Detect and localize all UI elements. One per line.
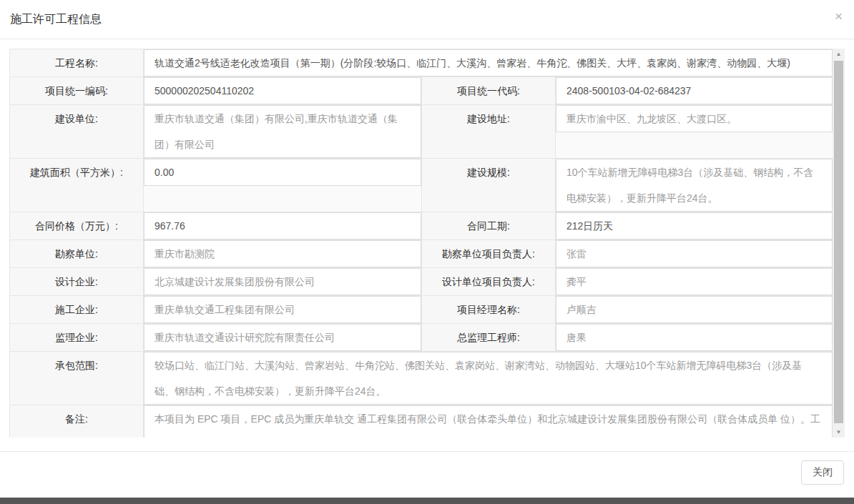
field-value-cell: 卢顺吉 [556,296,833,324]
label-text: 勘察单位项目负责人: [442,248,535,260]
close-icon[interactable]: × [835,9,843,23]
table-row-builder: 建设单位: 重庆市轨道交通（集团）有限公司,重庆市轨道交通（集团）有限公司 建设… [10,105,833,159]
field-label: 承包范围: [10,352,144,405]
label-text: 建设规模: [467,167,510,178]
field-value-cell: 500000202504110202 [144,77,422,105]
vertical-scrollbar[interactable]: ▲ ▼ [833,49,845,438]
label-text: 建筑面积（平方米）: [30,167,123,178]
field-value-cell: 重庆市渝中区、九龙坡区、大渡口区。 [556,105,833,159]
field-value-cell: 重庆市轨道交通（集团）有限公司,重庆市轨道交通（集团）有限公司 [144,105,422,159]
label-text: 勘察单位: [55,248,98,260]
background-page-strip [0,498,854,504]
label-text: 项目统一代码: [457,85,520,97]
modal-header: 施工许可工程信息 × [0,0,854,39]
table-scroll-wrap: 工程名称: 轨道交通2号线适老化改造项目（第一期）(分阶段:较场口、临江门、大溪… [9,49,845,438]
design-company-value: 北京城建设计发展集团股份有限公司 [144,268,421,295]
field-label: 建设地址: [422,105,556,159]
field-label: 勘察单位: [10,240,144,268]
construction-scale-value: 10个车站新增无障碍电梯3台（涉及基础、钢结构，不含电梯安装），更新升降平台24… [556,159,833,212]
modal-footer: 关闭 [0,451,854,498]
scrollbar-thumb[interactable] [834,61,843,423]
supervision-company-value: 重庆市轨道交通设计研究院有限责任公司 [144,324,421,351]
field-label: 建设单位: [10,105,144,159]
table-row-price-duration: 合同价格（万元）: 967.76 合同工期: 212日历天 [10,212,833,240]
field-label: 设计企业: [10,268,144,296]
close-button[interactable]: 关闭 [801,460,844,485]
field-label: 监理企业: [10,324,144,352]
table-row-remark: 备注: 本项目为 EPC 项目，EPC 成员为重庆单轨交 通工程集团有限公司（联… [10,405,833,438]
field-label: 项目统一编码: [10,77,144,105]
field-value-cell: 重庆市轨道交通设计研究院有限责任公司 [144,324,422,352]
remark-value: 本项目为 EPC 项目，EPC 成员为重庆单轨交 通工程集团有限公司（联合体牵头… [144,405,833,438]
label-text: 总监理工程师: [457,332,520,343]
contract-scope-value: 较场口站、临江门站、大溪沟站、曾家岩站、牛角沱站、佛图关站、袁家岗站、谢家湾站、… [144,352,833,405]
table-row-supervision: 监理企业: 重庆市轨道交通设计研究院有限责任公司 总监理工程师: 唐果 [10,324,833,352]
label-text: 合同价格（万元）: [35,220,118,232]
project-unified-id-value: 2408-500103-04-02-684237 [556,77,833,104]
field-value-cell: 10个车站新增无障碍电梯3台（涉及基础、钢结构，不含电梯安装），更新升降平台24… [556,159,833,212]
table-row-project-name: 工程名称: 轨道交通2号线适老化改造项目（第一期）(分阶段:较场口、临江门、大溪… [10,49,833,77]
field-value-cell: 967.76 [144,212,422,240]
modal-body: 工程名称: 轨道交通2号线适老化改造项目（第一期）(分阶段:较场口、临江门、大溪… [0,39,854,438]
label-text: 合同工期: [467,220,510,232]
label-text: 项目统一编码: [45,85,108,97]
label-text: 承包范围: [55,360,98,371]
project-unified-code-value: 500000202504110202 [144,77,421,104]
table-row-scope: 承包范围: 较场口站、临江门站、大溪沟站、曾家岩站、牛角沱站、佛图关站、袁家岗站… [10,352,833,405]
construction-address-value: 重庆市渝中区、九龙坡区、大渡口区。 [556,105,833,132]
construction-company-value: 重庆单轨交通工程集团有限公司 [144,296,421,323]
project-info-table: 工程名称: 轨道交通2号线适老化改造项目（第一期）(分阶段:较场口、临江门、大溪… [9,49,833,438]
field-label: 合同工期: [422,212,556,240]
field-label: 设计单位项目负责人: [422,268,556,296]
table-row-codes: 项目统一编码: 500000202504110202 项目统一代码: 2408-… [10,77,833,105]
field-value-cell: 本项目为 EPC 项目，EPC 成员为重庆单轨交 通工程集团有限公司（联合体牵头… [144,405,833,438]
project-info-table-area: 工程名称: 轨道交通2号线适老化改造项目（第一期）(分阶段:较场口、临江门、大溪… [9,49,833,438]
label-text: 建设单位: [55,113,98,124]
field-value-cell: 212日历天 [556,212,833,240]
field-label: 建设规模: [422,159,556,212]
label-text: 工程名称: [55,57,98,69]
field-label: 施工企业: [10,296,144,324]
field-value-cell: 重庆单轨交通工程集团有限公司 [144,296,422,324]
field-value-cell: 轨道交通2号线适老化改造项目（第一期）(分阶段:较场口、临江门、大溪沟、曾家岩、… [144,49,833,77]
label-text: 施工企业: [55,304,98,315]
table-row-area-scale: 建筑面积（平方米）: 0.00 建设规模: 10个车站新增无障碍电梯3台（涉及基… [10,159,833,212]
field-label: 备注: [10,405,144,438]
contract-price-value: 967.76 [144,212,421,239]
label-text: 设计企业: [55,276,98,287]
field-label: 合同价格（万元）: [10,212,144,240]
building-area-value: 0.00 [144,159,421,186]
field-value-cell: 张雷 [556,240,833,268]
scroll-down-icon[interactable]: ▼ [833,427,845,438]
table-row-construction: 施工企业: 重庆单轨交通工程集团有限公司 项目经理名称: 卢顺吉 [10,296,833,324]
design-leader-value: 龚平 [556,268,833,295]
label-text: 备注: [65,413,88,425]
field-value-cell: 北京城建设计发展集团股份有限公司 [144,268,422,296]
label-text: 监理企业: [55,332,98,343]
field-label: 项目经理名称: [422,296,556,324]
field-value-cell: 龚平 [556,268,833,296]
field-value-cell: 重庆市勘测院 [144,240,422,268]
project-manager-value: 卢顺吉 [556,296,833,323]
field-value-cell: 唐果 [556,324,833,352]
chief-supervisor-value: 唐果 [556,324,833,351]
field-value-cell: 0.00 [144,159,422,212]
label-text: 建设地址: [467,113,510,124]
construction-unit-value: 重庆市轨道交通（集团）有限公司,重庆市轨道交通（集团）有限公司 [144,105,421,158]
field-label: 勘察单位项目负责人: [422,240,556,268]
page-title: 施工许可工程信息 [10,13,102,25]
field-value-cell: 较场口站、临江门站、大溪沟站、曾家岩站、牛角沱站、佛图关站、袁家岗站、谢家湾站、… [144,352,833,405]
table-row-design: 设计企业: 北京城建设计发展集团股份有限公司 设计单位项目负责人: 龚平 [10,268,833,296]
field-label: 总监理工程师: [422,324,556,352]
field-label: 工程名称: [10,49,144,77]
field-label: 建筑面积（平方米）: [10,159,144,212]
label-text: 设计单位项目负责人: [442,276,535,287]
scroll-up-icon[interactable]: ▲ [833,49,845,59]
construction-permit-info-modal: 施工许可工程信息 × 工程名称: 轨道交通2号线适老化改造项目（第一期）(分阶段… [0,0,854,504]
project-name-value: 轨道交通2号线适老化改造项目（第一期）(分阶段:较场口、临江门、大溪沟、曾家岩、… [144,49,833,76]
field-value-cell: 2408-500103-04-02-684237 [556,77,833,105]
label-text: 项目经理名称: [457,304,520,315]
survey-leader-value: 张雷 [556,240,833,267]
field-label: 项目统一代码: [422,77,556,105]
survey-unit-value: 重庆市勘测院 [144,240,421,267]
